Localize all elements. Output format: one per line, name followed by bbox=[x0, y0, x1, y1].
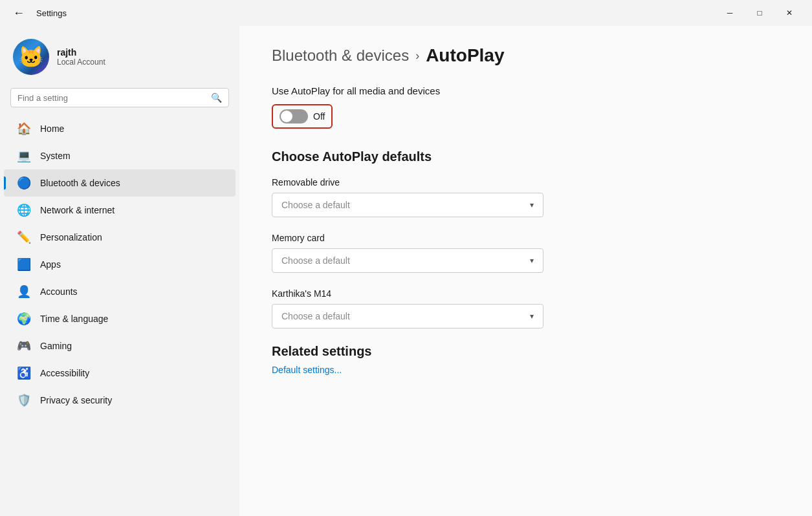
time-icon: 🌍 bbox=[17, 312, 31, 326]
toggle-highlight: Off bbox=[272, 104, 333, 129]
close-button[interactable]: ✕ bbox=[774, 3, 804, 23]
title-bar-left: ← Settings bbox=[8, 4, 67, 23]
sidebar-item-gaming[interactable]: 🎮 Gaming bbox=[4, 332, 236, 360]
related-settings-section: Related settings Default settings... bbox=[272, 344, 780, 376]
app-body: 🐱 rajth Local Account 🔍 🏠 Home 💻 System bbox=[0, 26, 812, 516]
back-button[interactable]: ← bbox=[8, 4, 30, 23]
karthika-m14-group: Karthika's M14 Choose a default ▾ bbox=[272, 288, 780, 328]
chevron-down-icon: ▾ bbox=[530, 312, 534, 321]
avatar: 🐱 bbox=[13, 39, 49, 75]
accessibility-icon: ♿ bbox=[17, 366, 31, 380]
sidebar-item-label: Home bbox=[40, 124, 64, 134]
accounts-icon: 👤 bbox=[17, 285, 31, 299]
breadcrumb-parent: Bluetooth & devices bbox=[272, 47, 409, 65]
karthika-m14-label: Karthika's M14 bbox=[272, 288, 780, 299]
defaults-section: Choose AutoPlay defaults Removable drive… bbox=[272, 149, 780, 328]
sidebar-item-apps[interactable]: 🟦 Apps bbox=[4, 251, 236, 278]
sidebar-item-home[interactable]: 🏠 Home bbox=[4, 115, 236, 142]
personalization-icon: ✏️ bbox=[17, 230, 31, 244]
minimize-button[interactable]: ─ bbox=[715, 3, 745, 23]
app-title: Settings bbox=[36, 8, 67, 18]
user-profile: 🐱 rajth Local Account bbox=[0, 26, 239, 85]
toggle-state-label: Off bbox=[313, 111, 325, 122]
memory-card-dropdown[interactable]: Choose a default ▾ bbox=[272, 248, 543, 273]
sidebar-item-label: Time & language bbox=[40, 314, 108, 324]
gaming-icon: 🎮 bbox=[17, 339, 31, 353]
sidebar-item-system[interactable]: 💻 System bbox=[4, 142, 236, 169]
breadcrumb-current: AutoPlay bbox=[426, 45, 504, 66]
title-bar: ← Settings ─ □ ✕ bbox=[0, 0, 812, 26]
karthika-m14-dropdown[interactable]: Choose a default ▾ bbox=[272, 304, 543, 328]
sidebar-item-label: Privacy & security bbox=[40, 395, 112, 405]
toggle-section: Use AutoPlay for all media and devices O… bbox=[272, 85, 780, 129]
search-box[interactable]: 🔍 bbox=[10, 88, 229, 107]
autoplay-toggle[interactable] bbox=[280, 109, 308, 124]
memory-card-label: Memory card bbox=[272, 233, 780, 243]
sidebar-nav: 🏠 Home 💻 System 🔵 Bluetooth & devices 🌐 … bbox=[0, 115, 239, 414]
window-controls: ─ □ ✕ bbox=[715, 3, 804, 23]
search-input[interactable] bbox=[17, 93, 206, 103]
privacy-icon: 🛡️ bbox=[17, 393, 31, 407]
home-icon: 🏠 bbox=[17, 122, 31, 136]
chevron-down-icon: ▾ bbox=[530, 256, 534, 265]
sidebar-item-privacy[interactable]: 🛡️ Privacy & security bbox=[4, 387, 236, 414]
sidebar-item-label: Network & internet bbox=[40, 205, 115, 215]
sidebar-item-label: Accessibility bbox=[40, 368, 89, 378]
sidebar-item-label: Apps bbox=[40, 259, 61, 270]
system-icon: 💻 bbox=[17, 149, 31, 163]
network-icon: 🌐 bbox=[17, 203, 31, 217]
user-info: rajth Local Account bbox=[57, 47, 105, 67]
removable-drive-group: Removable drive Choose a default ▾ bbox=[272, 177, 780, 217]
sidebar-item-label: Gaming bbox=[40, 341, 72, 351]
search-container: 🔍 bbox=[0, 85, 239, 115]
sidebar-item-accounts[interactable]: 👤 Accounts bbox=[4, 278, 236, 305]
sidebar-item-label: System bbox=[40, 151, 71, 161]
removable-drive-placeholder: Choose a default bbox=[281, 200, 350, 210]
related-heading: Related settings bbox=[272, 344, 780, 359]
search-icon: 🔍 bbox=[211, 92, 222, 103]
sidebar-item-label: Bluetooth & devices bbox=[40, 178, 120, 188]
sidebar: 🐱 rajth Local Account 🔍 🏠 Home 💻 System bbox=[0, 26, 239, 516]
sidebar-item-bluetooth[interactable]: 🔵 Bluetooth & devices bbox=[4, 169, 236, 197]
user-name: rajth bbox=[57, 47, 105, 58]
sidebar-item-personalization[interactable]: ✏️ Personalization bbox=[4, 224, 236, 251]
toggle-row: Off bbox=[272, 104, 780, 129]
removable-drive-dropdown[interactable]: Choose a default ▾ bbox=[272, 193, 543, 217]
karthika-m14-placeholder: Choose a default bbox=[281, 311, 350, 321]
apps-icon: 🟦 bbox=[17, 257, 31, 272]
memory-card-group: Memory card Choose a default ▾ bbox=[272, 233, 780, 273]
sidebar-item-label: Personalization bbox=[40, 232, 102, 242]
breadcrumb: Bluetooth & devices › AutoPlay bbox=[272, 45, 780, 66]
chevron-down-icon: ▾ bbox=[530, 200, 534, 210]
related-link[interactable]: Default settings... bbox=[272, 365, 342, 375]
main-content: Bluetooth & devices › AutoPlay Use AutoP… bbox=[239, 26, 812, 516]
sidebar-item-accessibility[interactable]: ♿ Accessibility bbox=[4, 360, 236, 387]
bluetooth-icon: 🔵 bbox=[17, 176, 31, 190]
toggle-knob bbox=[281, 111, 292, 122]
breadcrumb-separator: › bbox=[415, 49, 419, 63]
maximize-button[interactable]: □ bbox=[745, 3, 774, 23]
user-type: Local Account bbox=[57, 58, 105, 67]
defaults-heading: Choose AutoPlay defaults bbox=[272, 149, 780, 164]
memory-card-placeholder: Choose a default bbox=[281, 255, 350, 266]
sidebar-item-label: Accounts bbox=[40, 286, 78, 297]
sidebar-item-time[interactable]: 🌍 Time & language bbox=[4, 305, 236, 332]
toggle-label: Use AutoPlay for all media and devices bbox=[272, 85, 780, 96]
removable-drive-label: Removable drive bbox=[272, 177, 780, 188]
sidebar-item-network[interactable]: 🌐 Network & internet bbox=[4, 197, 236, 224]
